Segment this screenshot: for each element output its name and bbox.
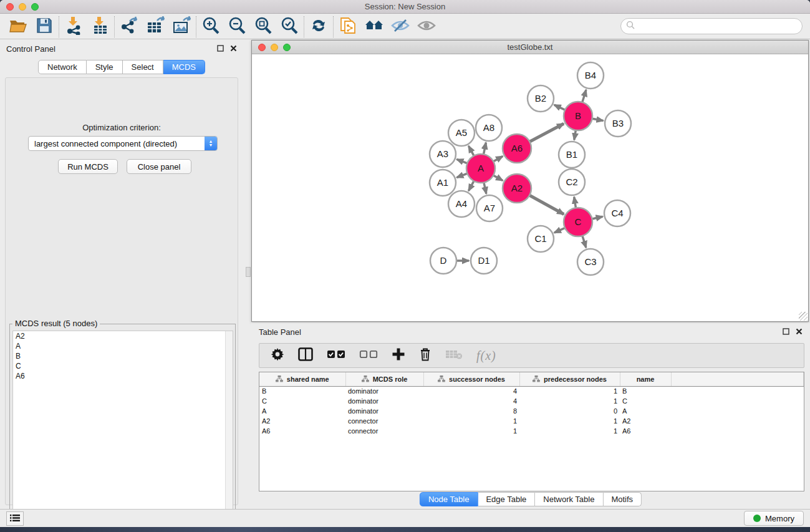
graph-node-A5[interactable]: A5 — [448, 120, 475, 146]
network-close-button[interactable] — [258, 44, 266, 51]
table-cell[interactable]: connector — [345, 426, 423, 436]
table-row[interactable]: A2connector11A2 — [259, 416, 804, 426]
zoom-out-button[interactable] — [226, 16, 248, 37]
tab-select[interactable]: Select — [123, 60, 163, 74]
tab-mcds[interactable]: MCDS — [163, 60, 205, 74]
tab-network-table[interactable]: Network Table — [535, 492, 603, 506]
node-table[interactable]: shared name MCDS role successor nodes pr… — [259, 372, 804, 491]
delete-column-button[interactable] — [419, 347, 432, 364]
graph-node-C3[interactable]: C3 — [577, 249, 604, 275]
table-cell[interactable]: 1 — [423, 426, 519, 436]
table-cell[interactable]: dominator — [345, 406, 423, 416]
tab-motifs[interactable]: Motifs — [603, 492, 642, 506]
tab-style[interactable]: Style — [87, 60, 123, 74]
table-row[interactable]: A6connector11A6 — [259, 426, 804, 436]
table-cell[interactable]: 1 — [519, 396, 620, 406]
table-cell[interactable]: connector — [345, 416, 423, 426]
add-column-button[interactable] — [392, 347, 405, 364]
zoom-fit-button[interactable] — [253, 16, 274, 37]
refresh-layout-button[interactable] — [308, 16, 329, 37]
new-network-from-selection-button[interactable] — [337, 16, 359, 37]
table-cell[interactable]: A — [620, 406, 671, 416]
mcds-result-list[interactable]: A2ABCA6 — [12, 331, 233, 527]
graph-node-A[interactable]: A — [466, 154, 495, 183]
hide-selected-button[interactable] — [390, 16, 411, 37]
graph-node-C1[interactable]: C1 — [528, 226, 554, 252]
graph-node-A1[interactable]: A1 — [430, 170, 456, 196]
column-header-mcds-role[interactable]: MCDS role — [345, 372, 423, 386]
tab-edge-table[interactable]: Edge Table — [478, 492, 535, 506]
graph-node-C4[interactable]: C4 — [604, 200, 630, 226]
table-row[interactable]: Adominator80A — [259, 406, 804, 416]
mcds-result-item[interactable]: B — [13, 351, 233, 361]
export-image-button[interactable] — [171, 16, 192, 37]
task-history-button[interactable] — [6, 511, 24, 526]
table-cell[interactable]: B — [620, 386, 671, 396]
export-table-button[interactable] — [145, 16, 166, 37]
import-table-button[interactable] — [89, 16, 110, 37]
first-neighbors-button[interactable] — [364, 16, 385, 37]
tab-node-table[interactable]: Node Table — [420, 492, 478, 506]
minimize-window-button[interactable] — [19, 3, 26, 11]
close-panel-button[interactable]: Close panel — [127, 159, 191, 174]
maximize-window-button[interactable] — [31, 3, 39, 11]
graph-node-A7[interactable]: A7 — [476, 195, 503, 221]
float-panel-icon[interactable] — [783, 326, 789, 337]
column-header-predecessor-nodes[interactable]: predecessor nodes — [519, 372, 620, 386]
table-row[interactable]: Bdominator41B — [259, 386, 804, 396]
graph-node-B[interactable]: B — [564, 102, 592, 130]
resize-grip-icon[interactable] — [799, 312, 808, 321]
export-network-button[interactable] — [118, 16, 140, 37]
graph-node-C[interactable]: C — [564, 208, 592, 236]
table-cell[interactable]: 0 — [519, 406, 620, 416]
table-cell[interactable]: A2 — [259, 416, 345, 426]
close-panel-icon[interactable] — [796, 326, 803, 337]
table-cell[interactable]: 8 — [423, 406, 519, 416]
table-cell[interactable]: 1 — [519, 426, 620, 436]
column-header-successor-nodes[interactable]: successor nodes — [423, 372, 519, 386]
graph-node-D1[interactable]: D1 — [471, 248, 497, 274]
table-cell[interactable]: C — [259, 396, 345, 406]
graph-node-B3[interactable]: B3 — [605, 110, 631, 137]
network-minimize-button[interactable] — [271, 44, 278, 51]
memory-button[interactable]: Memory — [744, 511, 804, 526]
result-list-scrollbar[interactable] — [225, 331, 233, 527]
panel-divider-grip[interactable] — [246, 267, 251, 277]
tab-network[interactable]: Network — [38, 60, 87, 74]
mcds-result-item[interactable]: A6 — [13, 371, 233, 381]
mcds-result-item[interactable]: A2 — [13, 331, 233, 341]
show-all-button[interactable] — [416, 16, 437, 37]
close-window-button[interactable] — [6, 3, 14, 11]
table-cell[interactable]: B — [259, 386, 345, 396]
table-cell[interactable]: 1 — [519, 416, 620, 426]
open-file-button[interactable] — [7, 16, 29, 37]
table-cell[interactable]: dominator — [345, 386, 423, 396]
import-network-button[interactable] — [63, 16, 84, 37]
save-session-button[interactable] — [34, 16, 55, 37]
network-window-titlebar[interactable]: testGlobe.txt — [252, 41, 808, 54]
deselect-all-rows-button[interactable] — [359, 349, 378, 362]
graph-node-A4[interactable]: A4 — [448, 191, 475, 217]
table-cell[interactable]: C — [620, 396, 671, 406]
graph-node-C2[interactable]: C2 — [559, 169, 585, 195]
graph-node-A2[interactable]: A2 — [503, 174, 531, 203]
column-header-name[interactable]: name — [620, 372, 671, 386]
column-visibility-button[interactable] — [298, 347, 313, 364]
select-all-rows-button[interactable] — [327, 349, 345, 362]
table-cell[interactable]: 1 — [519, 386, 620, 396]
float-panel-icon[interactable] — [217, 43, 224, 54]
graph-node-B4[interactable]: B4 — [577, 62, 604, 89]
mcds-result-item[interactable]: C — [13, 361, 233, 371]
table-settings-button[interactable] — [271, 347, 284, 364]
mcds-result-item[interactable]: A — [13, 341, 233, 351]
optimization-criterion-select[interactable]: largest connected component (directed) ▲… — [28, 136, 218, 151]
zoom-in-button[interactable] — [200, 16, 221, 37]
table-cell[interactable]: 4 — [423, 396, 519, 406]
graph-node-B2[interactable]: B2 — [528, 85, 554, 112]
graph-node-A6[interactable]: A6 — [503, 134, 531, 163]
table-cell[interactable]: A2 — [620, 416, 671, 426]
graph-node-A8[interactable]: A8 — [476, 115, 502, 141]
zoom-selected-button[interactable] — [279, 16, 300, 37]
graph-node-A3[interactable]: A3 — [430, 141, 456, 167]
network-maximize-button[interactable] — [283, 44, 291, 51]
